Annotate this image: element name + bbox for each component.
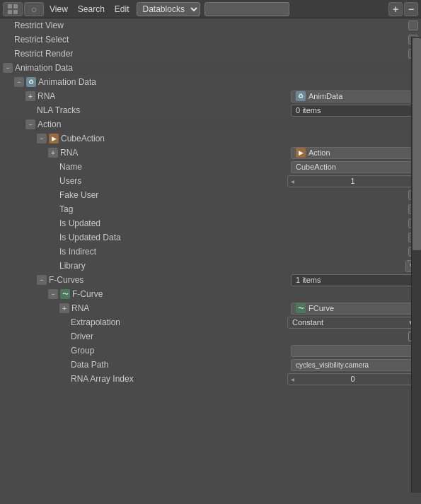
fcurve-item-toggle[interactable]: − <box>48 289 58 299</box>
action-toggle[interactable]: − <box>25 119 35 129</box>
rna-animdata-value: ♻ AnimData <box>291 90 418 102</box>
fcurves-label: F-Curves <box>49 275 291 285</box>
window-icon-btn[interactable]: ○ <box>24 2 44 16</box>
animation-data-toggle[interactable]: − <box>3 63 13 73</box>
nla-tracks-row: NLA Tracks 0 items <box>0 103 421 117</box>
data-path-value[interactable]: cycles_visibility.camera <box>291 359 418 371</box>
animation-data-item-toggle[interactable]: − <box>14 77 24 87</box>
rna-fcurve-add[interactable]: + <box>59 303 69 313</box>
tree-content: Restrict View Restrict Select Restrict R… <box>0 18 421 504</box>
users-left-arrow[interactable]: ◂ <box>291 177 294 185</box>
library-row: Library ⤷ <box>0 259 421 273</box>
rna-array-index-label: RNA Array Index <box>71 374 287 384</box>
is-indirect-row: Is Indirect <box>0 245 421 259</box>
name-value[interactable]: CubeAction <box>291 161 418 173</box>
rna-animdata-text: AnimData <box>308 92 342 100</box>
action-section-row: − Action <box>0 117 421 131</box>
users-number[interactable]: ◂ 1 ▸ <box>287 175 418 187</box>
nla-tracks-value: 0 items <box>291 105 418 117</box>
driver-row: Driver ⚙ <box>0 329 421 344</box>
data-path-row: Data Path cycles_visibility.camera <box>0 358 421 372</box>
rna-fcurve-row: + RNA 〜 FCurve <box>0 301 421 315</box>
rna-array-value: 0 <box>350 375 354 383</box>
animation-data-section-label: Animation Data <box>15 63 418 73</box>
rna-action-value: ▶ Action <box>291 147 418 159</box>
rna-array-left-arrow[interactable]: ◂ <box>291 375 294 383</box>
cubeaction-row: − ▶ CubeAction <box>0 131 421 146</box>
rna-action-add[interactable]: + <box>48 148 58 158</box>
rna-action-label: RNA <box>60 148 291 158</box>
fcurve-item-row: − 〜 F-Curve <box>0 287 421 301</box>
fcurve-icon: 〜 <box>60 289 70 299</box>
fcurves-value: 1 items <box>291 274 418 286</box>
is-updated-row: Is Updated <box>0 216 421 230</box>
rna-fcurve-text: FCurve <box>308 304 334 312</box>
rna-fcurve-value: 〜 FCurve <box>291 303 418 315</box>
edit-menu[interactable]: Edit <box>110 2 134 16</box>
nla-tracks-label: NLA Tracks <box>37 105 291 115</box>
datablocks-select[interactable]: Datablocks <box>137 2 200 16</box>
group-value[interactable] <box>291 345 418 357</box>
rna-action-row: + RNA ▶ Action <box>0 146 421 160</box>
tag-label: Tag <box>59 204 408 214</box>
extrapolation-label: Extrapolation <box>71 317 287 327</box>
action-section-label: Action <box>38 119 418 129</box>
rna-array-index-row: RNA Array Index ◂ 0 ▸ <box>0 372 421 386</box>
cubeaction-label: CubeAction <box>61 134 418 143</box>
add-btn[interactable]: + <box>388 2 403 16</box>
svg-rect-2 <box>8 10 12 14</box>
app-icon-btn[interactable] <box>3 2 23 16</box>
animation-data-item-row: − ♻ Animation Data <box>0 75 421 89</box>
restrict-view-row: Restrict View <box>0 18 421 33</box>
rna-action-icon: ▶ <box>296 148 306 158</box>
fcurves-toggle[interactable]: − <box>37 275 47 285</box>
is-updated-data-row: Is Updated Data <box>0 230 421 245</box>
is-updated-data-label: Is Updated Data <box>59 233 408 242</box>
svg-rect-1 <box>13 4 18 8</box>
users-label: Users <box>59 176 287 186</box>
rna-animdata-row: + RNA ♻ AnimData <box>0 89 421 103</box>
menu-bar: ○ View Search Edit Datablocks + − <box>0 0 421 18</box>
is-updated-label: Is Updated <box>59 218 408 228</box>
extrapolation-row: Extrapolation Constant ▾ <box>0 315 421 329</box>
name-row: Name CubeAction <box>0 160 421 174</box>
svg-rect-3 <box>13 10 18 14</box>
restrict-select-row: Restrict Select <box>0 33 421 47</box>
search-menu[interactable]: Search <box>74 2 109 16</box>
is-indirect-label: Is Indirect <box>59 247 408 257</box>
library-label: Library <box>59 261 405 271</box>
subtract-btn[interactable]: − <box>404 2 418 16</box>
cubeaction-toggle[interactable]: − <box>37 134 47 143</box>
fake-user-label: Fake User <box>59 190 408 200</box>
group-label: Group <box>71 346 291 356</box>
restrict-select-label: Restrict Select <box>14 35 408 45</box>
users-value: 1 <box>350 177 354 185</box>
restrict-render-label: Restrict Render <box>14 49 408 59</box>
restrict-view-checkbox[interactable] <box>408 20 418 30</box>
rna-array-index-number[interactable]: ◂ 0 ▸ <box>287 373 418 385</box>
fcurves-section-row: − F-Curves 1 items <box>0 273 421 287</box>
driver-label: Driver <box>71 332 408 341</box>
users-row: Users ◂ 1 ▸ <box>0 174 421 188</box>
restrict-render-row: Restrict Render <box>0 47 421 61</box>
fcurve-item-label: F-Curve <box>72 289 418 299</box>
restrict-view-label: Restrict View <box>14 20 408 30</box>
rna-fcurve-label: RNA <box>71 303 291 313</box>
rna-animdata-add[interactable]: + <box>25 91 35 101</box>
data-path-label: Data Path <box>71 360 291 370</box>
animation-data-item-label: Animation Data <box>38 77 418 87</box>
rna-fcurve-icon: 〜 <box>296 303 306 313</box>
extrapolation-value: Constant <box>292 318 323 327</box>
animation-data-section-row: − Animation Data <box>0 61 421 75</box>
rna-anim-icon: ♻ <box>296 91 306 101</box>
anim-icon: ♻ <box>26 77 36 87</box>
name-label: Name <box>59 162 291 172</box>
rna-action-text: Action <box>308 148 330 157</box>
scroll-thumb[interactable] <box>413 38 421 250</box>
cubeaction-icon: ▶ <box>49 134 59 143</box>
view-menu[interactable]: View <box>45 2 72 16</box>
extrapolation-dropdown[interactable]: Constant ▾ <box>287 317 418 329</box>
vertical-scrollbar[interactable] <box>411 37 421 493</box>
rna-animdata-label: RNA <box>38 91 291 101</box>
search-input[interactable] <box>204 2 289 16</box>
